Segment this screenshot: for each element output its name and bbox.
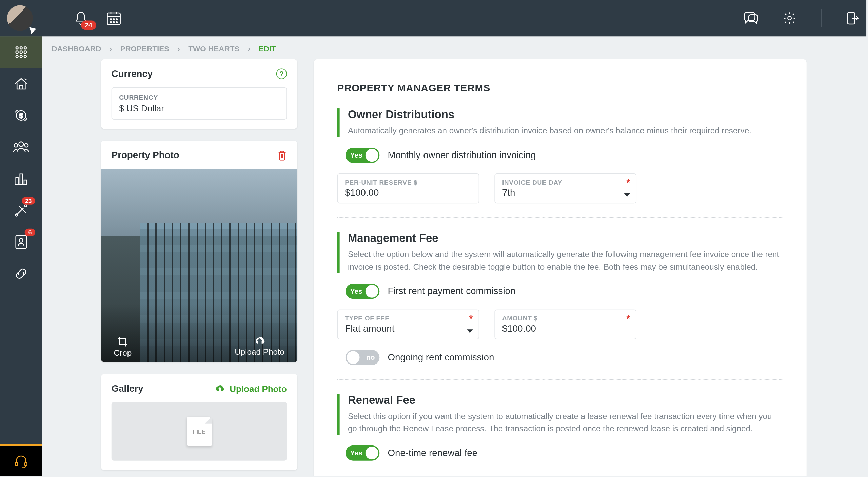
file-icon: FILE — [187, 417, 212, 446]
currency-card: Currency ? CURRENCY $ US Dollar — [101, 59, 298, 129]
tools-badge: 23 — [22, 197, 35, 204]
svg-point-10 — [788, 16, 791, 20]
sidebar-item-home[interactable] — [0, 68, 42, 100]
crop-button[interactable]: Crop — [114, 336, 132, 357]
svg-point-4 — [110, 19, 111, 20]
notifications-icon[interactable]: 24 — [73, 10, 89, 26]
svg-point-25 — [25, 144, 28, 147]
chevron-down-icon — [467, 329, 473, 333]
crumb-property[interactable]: TWO HEARTS — [188, 44, 239, 53]
divider — [821, 9, 822, 27]
sidebar-item-tools[interactable]: 23 — [0, 194, 42, 226]
currency-title: Currency — [112, 68, 153, 79]
svg-rect-35 — [25, 462, 27, 465]
gear-icon[interactable] — [783, 11, 797, 25]
svg-rect-29 — [24, 180, 26, 185]
type-of-fee-field[interactable]: TYPE OF FEE Flat amount * — [337, 309, 479, 339]
svg-rect-27 — [16, 178, 18, 185]
chevron-right-icon: › — [178, 44, 180, 53]
notification-badge: 24 — [81, 21, 96, 30]
chevron-down-icon — [624, 193, 630, 197]
gallery-title: Gallery — [112, 383, 143, 394]
one-time-renewal-toggle[interactable]: Yes — [346, 445, 379, 461]
breadcrumb: DASHBOARD › PROPERTIES › TWO HEARTS › ED… — [42, 36, 867, 59]
gallery-upload-button[interactable]: Upload Photo — [214, 383, 287, 393]
svg-point-20 — [24, 55, 26, 58]
svg-rect-28 — [20, 174, 22, 185]
first-rent-commission-toggle[interactable]: Yes — [346, 284, 379, 299]
sidebar-item-contacts[interactable]: 6 — [0, 226, 42, 258]
svg-point-7 — [110, 22, 111, 23]
trash-icon[interactable] — [277, 150, 287, 161]
logout-icon[interactable] — [846, 11, 859, 25]
svg-point-33 — [19, 239, 23, 242]
sidebar-item-support[interactable] — [0, 444, 42, 476]
currency-label: CURRENCY — [119, 94, 279, 101]
ongoing-rent-commission-toggle[interactable]: no — [346, 350, 379, 365]
sidebar-item-links[interactable] — [0, 258, 42, 289]
property-photo-card: Property Photo Crop Upload Photo — [101, 141, 298, 362]
toggle-label: First rent payment commission — [388, 286, 516, 296]
crumb-properties[interactable]: PROPERTIES — [120, 44, 169, 53]
crumb-current: EDIT — [258, 44, 276, 53]
panel-title: PROPERTY MANAGER TERMS — [337, 83, 783, 95]
chat-icon[interactable] — [743, 11, 758, 25]
upload-photo-button[interactable]: Upload Photo — [235, 336, 284, 357]
svg-point-23 — [19, 142, 23, 147]
svg-point-5 — [113, 19, 114, 20]
svg-rect-34 — [15, 462, 18, 465]
svg-point-13 — [20, 47, 22, 49]
terms-panel: PROPERTY MANAGER TERMS Owner Distributio… — [314, 59, 807, 476]
crumb-dashboard[interactable]: DASHBOARD — [52, 44, 101, 53]
sidebar-item-reports[interactable] — [0, 163, 42, 194]
contacts-badge: 6 — [25, 229, 35, 236]
property-photo: Crop Upload Photo — [101, 169, 298, 362]
topbar: 24 — [0, 0, 866, 36]
management-fee-section: Management Fee Select the option below a… — [337, 232, 783, 273]
svg-point-15 — [16, 51, 18, 54]
avatar[interactable] — [7, 5, 33, 31]
divider — [337, 217, 783, 218]
svg-point-24 — [14, 144, 18, 147]
svg-point-16 — [20, 51, 22, 54]
sidebar-item-people[interactable] — [0, 131, 42, 163]
svg-point-12 — [16, 47, 18, 49]
sidebar: $ 23 6 — [0, 36, 42, 476]
svg-point-19 — [20, 55, 22, 58]
per-unit-reserve-field[interactable]: PER-UNIT RESERVE $ $100.00 — [337, 173, 479, 203]
owner-distributions-section: Owner Distributions Automatically genera… — [337, 108, 783, 137]
currency-field[interactable]: CURRENCY $ US Dollar — [112, 87, 287, 120]
svg-point-17 — [24, 51, 26, 54]
divider — [337, 379, 783, 380]
svg-point-30 — [15, 214, 18, 216]
renewal-fee-section: Renewal Fee Select this option if you wa… — [337, 394, 783, 435]
svg-point-31 — [25, 205, 27, 207]
svg-text:$: $ — [19, 112, 23, 119]
sidebar-item-finance[interactable]: $ — [0, 100, 42, 131]
gallery-card: Gallery Upload Photo FILE — [101, 374, 298, 470]
svg-point-18 — [16, 55, 18, 58]
chevron-right-icon: › — [110, 44, 112, 53]
toggle-label: One-time renewal fee — [388, 448, 478, 458]
sidebar-item-apps[interactable] — [0, 36, 42, 68]
currency-value: $ US Dollar — [119, 103, 279, 113]
svg-point-6 — [116, 19, 117, 20]
fee-amount-field[interactable]: AMOUNT $ $100.00 * — [494, 309, 636, 339]
gallery-empty: FILE — [112, 402, 287, 461]
calendar-icon[interactable] — [105, 10, 122, 26]
photo-title: Property Photo — [112, 150, 179, 161]
svg-point-9 — [116, 22, 117, 23]
svg-point-8 — [113, 22, 114, 23]
monthly-invoicing-toggle[interactable]: Yes — [346, 148, 379, 163]
chevron-right-icon: › — [248, 44, 251, 53]
svg-point-14 — [24, 47, 26, 49]
help-icon[interactable]: ? — [276, 68, 287, 79]
toggle-label: Ongoing rent commission — [388, 352, 494, 363]
invoice-due-day-field[interactable]: INVOICE DUE DAY 7th * — [494, 173, 636, 203]
toggle-label: Monthly owner distribution invoicing — [388, 150, 536, 161]
